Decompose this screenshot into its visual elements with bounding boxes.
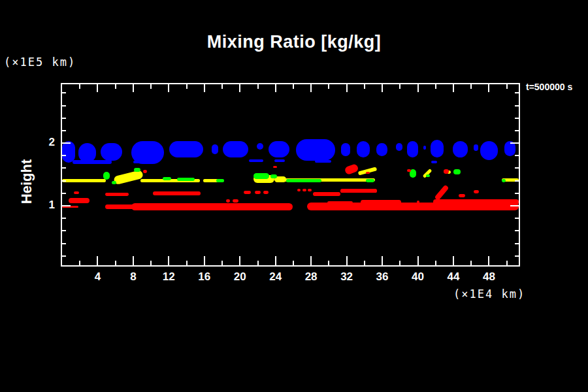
y-minor-tick <box>515 92 519 93</box>
x-axis-tick-labels: 4812162024283236404448 <box>62 270 519 286</box>
y-minor-tick <box>515 243 519 244</box>
x-minor-tick <box>257 84 259 89</box>
x-major-tick <box>382 84 383 92</box>
y-major-tick <box>510 142 519 144</box>
y-major-tick <box>62 205 71 206</box>
y-minor-tick <box>62 105 66 106</box>
time-annotation: t=500000 s <box>526 82 572 92</box>
y-tick-label: 1 <box>25 199 55 212</box>
x-minor-tick <box>470 261 472 265</box>
x-major-tick <box>133 84 134 92</box>
y-minor-tick <box>515 105 519 106</box>
y-minor-tick <box>515 155 519 156</box>
x-minor-tick <box>328 261 329 265</box>
x-tick-label: 40 <box>404 270 433 284</box>
y-minor-tick <box>62 118 66 119</box>
x-minor-tick <box>399 84 400 89</box>
x-minor-tick <box>293 84 294 89</box>
x-tick-label: 32 <box>333 270 361 284</box>
x-minor-tick <box>293 261 294 265</box>
x-minor-tick <box>186 261 188 265</box>
x-minor-tick <box>221 84 223 89</box>
x-major-tick <box>239 84 240 92</box>
y-minor-tick <box>62 130 66 131</box>
y-axis-tick-labels: 12 <box>25 84 55 265</box>
x-major-tick <box>168 84 169 92</box>
y-minor-tick <box>62 255 66 257</box>
x-minor-tick <box>364 261 365 265</box>
y-minor-tick <box>62 193 66 194</box>
x-major-tick <box>417 84 419 92</box>
y-minor-tick <box>515 255 519 257</box>
y-minor-tick <box>515 193 519 194</box>
x-minor-tick <box>435 84 436 89</box>
y-minor-tick <box>62 243 66 244</box>
x-minor-tick <box>186 84 188 89</box>
x-tick-label: 44 <box>439 270 468 284</box>
x-tick-label: 8 <box>119 270 148 284</box>
y-minor-tick <box>62 92 66 93</box>
x-major-tick <box>275 256 276 265</box>
x-major-tick <box>346 84 348 92</box>
x-minor-tick <box>115 84 116 89</box>
y-minor-tick <box>515 118 519 119</box>
y-minor-tick <box>515 230 519 231</box>
y-minor-tick <box>62 155 66 156</box>
x-major-tick <box>239 256 240 265</box>
x-minor-tick <box>115 261 116 265</box>
x-major-tick <box>382 256 383 265</box>
x-minor-tick <box>364 84 365 89</box>
chart-title: Mixing Ratio [kg/kg] <box>0 32 588 52</box>
x-tick-label: 36 <box>368 270 397 284</box>
x-minor-tick <box>221 261 223 265</box>
x-major-tick <box>204 256 205 265</box>
y-minor-tick <box>62 230 66 231</box>
x-minor-tick <box>506 84 508 89</box>
chart-canvas: Mixing Ratio [kg/kg] (×1E5 km) t=500000 … <box>0 0 588 392</box>
x-minor-tick <box>435 261 436 265</box>
plot-area <box>61 83 520 267</box>
x-minor-tick <box>470 84 472 89</box>
x-tick-label: 28 <box>297 270 325 284</box>
x-minor-tick <box>506 261 508 265</box>
x-tick-label: 20 <box>225 270 254 284</box>
x-major-tick <box>453 84 454 92</box>
x-axis-unit-label: (×1E4 km) <box>453 287 525 301</box>
x-major-tick <box>133 256 134 265</box>
y-minor-tick <box>62 218 66 219</box>
x-major-tick <box>310 256 312 265</box>
x-major-tick <box>204 84 205 92</box>
y-minor-tick <box>515 130 519 131</box>
x-tick-label: 48 <box>474 270 503 284</box>
x-tick-label: 24 <box>261 270 290 284</box>
x-minor-tick <box>399 261 400 265</box>
x-tick-label: 12 <box>154 270 183 284</box>
x-minor-tick <box>150 84 152 89</box>
x-tick-label: 16 <box>190 270 219 284</box>
y-major-tick <box>510 205 519 206</box>
x-major-tick <box>97 256 98 265</box>
y-minor-tick <box>515 167 519 169</box>
y-minor-tick <box>62 167 66 169</box>
x-major-tick <box>168 256 169 265</box>
y-major-tick <box>62 142 71 144</box>
x-major-tick <box>417 256 419 265</box>
x-major-tick <box>275 84 276 92</box>
x-major-tick <box>97 84 98 92</box>
x-major-tick <box>453 256 454 265</box>
y-tick-label: 2 <box>25 136 55 149</box>
x-major-tick <box>310 84 312 92</box>
x-major-tick <box>346 256 348 265</box>
x-minor-tick <box>79 261 80 265</box>
x-major-tick <box>488 84 489 92</box>
x-minor-tick <box>79 84 80 89</box>
y-minor-tick <box>515 180 519 182</box>
x-major-tick <box>488 256 489 265</box>
x-minor-tick <box>257 261 259 265</box>
axis-tick-layer <box>62 84 519 265</box>
y-minor-tick <box>62 180 66 182</box>
x-minor-tick <box>328 84 329 89</box>
x-tick-label: 4 <box>83 270 112 284</box>
y-minor-tick <box>515 218 519 219</box>
y-axis-unit-label: (×1E5 km) <box>4 56 76 69</box>
